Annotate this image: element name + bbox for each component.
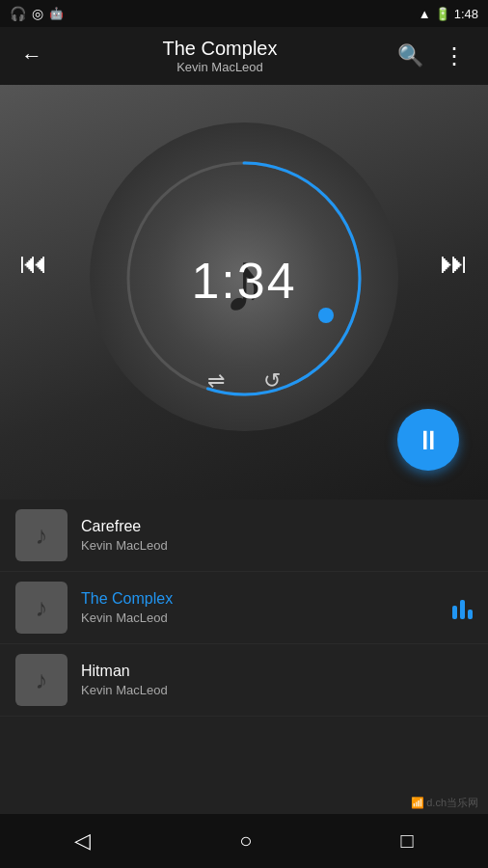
track-info: Hitman Kevin MacLeod: [81, 663, 473, 697]
list-item[interactable]: ♪ The Complex Kevin MacLeod: [0, 572, 488, 644]
playlist: ♪ Carefree Kevin MacLeod ♪ The Complex K…: [0, 500, 488, 814]
home-nav-button[interactable]: ○: [231, 821, 259, 861]
skip-prev-button[interactable]: ⏮: [19, 247, 48, 280]
music-note-icon: ♪: [36, 593, 48, 623]
equalizer-bar: [452, 606, 457, 619]
shuffle-button[interactable]: ⇌: [207, 368, 225, 393]
bottom-nav: ◁ ○ □: [0, 814, 488, 868]
header-title-area: The Complex Kevin MacLeod: [48, 38, 392, 74]
status-icons-left: 🎧 ◎ 🤖: [10, 6, 64, 21]
search-button[interactable]: 🔍: [392, 38, 429, 74]
music-note-icon: ♪: [36, 521, 48, 551]
watermark: 📶 d.ch当乐网: [411, 796, 478, 810]
time-display-status: 1:48: [454, 7, 478, 21]
target-icon: ◎: [32, 6, 43, 21]
wifi-icon: 📶: [411, 797, 424, 809]
back-button[interactable]: ←: [15, 38, 48, 74]
page-title: The Complex: [48, 38, 392, 60]
mini-controls: ⇌ ↺: [207, 368, 281, 393]
equalizer-bar: [468, 610, 473, 619]
status-bar: 🎧 ◎ 🤖 ▲ 🔋 1:48: [0, 0, 488, 27]
headphones-icon: 🎧: [10, 6, 26, 21]
playing-indicator: [452, 596, 473, 619]
battery-icon: 🔋: [435, 7, 450, 21]
track-info: The Complex Kevin MacLeod: [81, 590, 452, 625]
track-artist: Kevin MacLeod: [81, 610, 452, 625]
header: ← The Complex Kevin MacLeod 🔍 ⋮: [0, 27, 488, 85]
repeat-button[interactable]: ↺: [263, 368, 281, 393]
track-thumbnail: ♪: [15, 582, 68, 634]
track-thumbnail: ♪: [15, 509, 68, 561]
album-area: ♪ 1:34 ⇌ ↺ ⏮ ⏭ ⏸: [0, 85, 488, 500]
skip-next-button[interactable]: ⏭: [440, 247, 469, 280]
list-item[interactable]: ♪ Carefree Kevin MacLeod: [0, 500, 488, 572]
track-artist: Kevin MacLeod: [81, 683, 473, 697]
music-note-icon: ♪: [36, 665, 48, 695]
track-title: Carefree: [81, 518, 473, 535]
track-artist: Kevin MacLeod: [81, 538, 473, 553]
track-info: Carefree Kevin MacLeod: [81, 518, 473, 553]
list-item[interactable]: ♪ Hitman Kevin MacLeod: [0, 644, 488, 717]
track-title: The Complex: [81, 590, 452, 608]
android-icon: 🤖: [49, 7, 64, 20]
track-title: Hitman: [81, 663, 473, 680]
svg-point-2: [318, 308, 334, 323]
status-icons-right: ▲ 🔋 1:48: [419, 7, 478, 21]
current-time: 1:34: [191, 252, 296, 310]
back-nav-button[interactable]: ◁: [67, 821, 98, 861]
pause-icon: ⏸: [415, 424, 442, 456]
menu-button[interactable]: ⋮: [437, 37, 473, 75]
recent-nav-button[interactable]: □: [393, 821, 421, 861]
signal-icon: ▲: [419, 7, 431, 21]
equalizer-bar: [460, 600, 465, 619]
track-thumbnail: ♪: [15, 654, 68, 706]
play-pause-button[interactable]: ⏸: [397, 409, 459, 471]
page-subtitle: Kevin MacLeod: [48, 60, 392, 74]
